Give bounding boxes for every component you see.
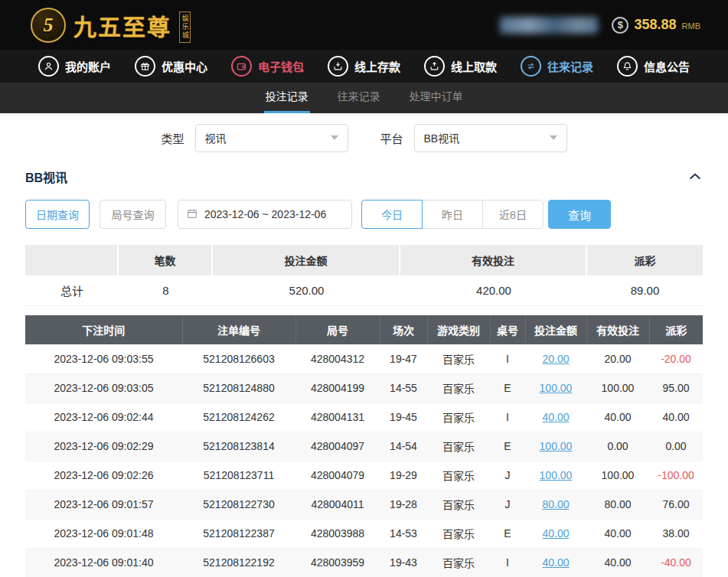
table-row: 2023-12-06 09:02:44 521208124262 4280041… bbox=[25, 403, 703, 432]
table-row: 2023-12-06 09:02:26 521208123711 4280040… bbox=[25, 461, 703, 490]
summary-header-count: 笔数 bbox=[119, 245, 213, 275]
cell-order-number: 521208122730 bbox=[182, 490, 295, 519]
tab-bet-records[interactable]: 投注记录 bbox=[264, 83, 310, 113]
cell-bet-amount-link[interactable]: 40.00 bbox=[525, 548, 586, 577]
cell-valid-bet: 80.00 bbox=[586, 490, 649, 519]
search-button[interactable]: 查询 bbox=[548, 200, 611, 229]
summary-header-empty bbox=[25, 245, 119, 275]
cell-bet-amount-link[interactable]: 20.00 bbox=[525, 344, 586, 373]
cell-bet-time: 2023-12-06 09:01:57 bbox=[25, 490, 182, 519]
cell-round-number: 428004097 bbox=[295, 432, 380, 461]
cell-table-number: I bbox=[490, 548, 525, 577]
nav-item-label: 信息公告 bbox=[644, 58, 690, 74]
nav-item-label: 往来记录 bbox=[547, 58, 593, 74]
table-row: 2023-12-06 09:01:40 521208122192 4280039… bbox=[25, 548, 703, 577]
bell-icon bbox=[617, 56, 638, 77]
cell-session: 19-45 bbox=[380, 403, 427, 432]
summary-total-row: 总计 8 520.00 420.00 89.00 bbox=[25, 275, 703, 306]
summary-payout-value: 89.00 bbox=[587, 275, 703, 306]
yesterday-button[interactable]: 昨日 bbox=[422, 200, 483, 229]
cell-game-type: 百家乐 bbox=[427, 344, 490, 373]
summary-table: 笔数 投注金额 有效投注 派彩 总计 8 520.00 420.00 89.00 bbox=[25, 245, 703, 306]
nav-item-transaction-records[interactable]: 往来记录 bbox=[521, 56, 593, 77]
cell-session: 19-29 bbox=[380, 461, 427, 490]
cell-bet-amount-link[interactable]: 80.00 bbox=[525, 490, 586, 519]
cell-session: 19-43 bbox=[380, 548, 427, 577]
today-button[interactable]: 今日 bbox=[361, 200, 423, 229]
cell-round-number: 428004312 bbox=[295, 344, 380, 373]
nav-item-announcements[interactable]: 信息公告 bbox=[617, 56, 690, 77]
cell-valid-bet: 40.00 bbox=[586, 403, 649, 432]
cell-round-number: 428004079 bbox=[295, 461, 380, 490]
logo-emblem-icon: 5 bbox=[31, 8, 66, 43]
cell-bet-amount-link[interactable]: 40.00 bbox=[525, 519, 586, 548]
cell-order-number: 521208123814 bbox=[182, 432, 295, 461]
top-header: 5 九五至尊 娱乐城 $ 358.88 RMB bbox=[0, 0, 728, 50]
wallet-icon bbox=[231, 56, 252, 77]
round-query-button[interactable]: 局号查询 bbox=[100, 200, 166, 229]
balance-amount: 358.88 bbox=[634, 17, 676, 33]
date-query-button[interactable]: 日期查询 bbox=[25, 200, 90, 229]
nav-item-online-deposit[interactable]: 线上存款 bbox=[328, 56, 400, 77]
cell-bet-amount-link[interactable]: 40.00 bbox=[525, 403, 586, 432]
cell-bet-amount-link[interactable]: 100.00 bbox=[525, 432, 586, 461]
content: 类型 视讯 平台 BB视讯 BB视讯 日期查询 局号查询 2023-12-0 bbox=[0, 113, 728, 577]
cell-valid-bet: 40.00 bbox=[586, 519, 649, 548]
tab-pending-orders[interactable]: 处理中订单 bbox=[408, 83, 465, 113]
cell-round-number: 428004011 bbox=[295, 490, 380, 519]
cell-game-type: 百家乐 bbox=[427, 519, 490, 548]
coin-icon: $ bbox=[612, 17, 628, 34]
site-logo[interactable]: 5 九五至尊 娱乐城 bbox=[31, 8, 191, 43]
nav-item-e-wallet[interactable]: 电子钱包 bbox=[231, 56, 304, 77]
withdraw-icon bbox=[424, 56, 445, 77]
summary-header-row: 笔数 投注金额 有效投注 派彩 bbox=[25, 245, 703, 275]
type-select[interactable]: 视讯 bbox=[195, 124, 348, 152]
type-select-value: 视讯 bbox=[205, 130, 227, 145]
cell-order-number: 521208124880 bbox=[182, 373, 295, 403]
cell-round-number: 428003988 bbox=[295, 519, 380, 548]
nav-item-label: 线上存款 bbox=[354, 58, 400, 74]
cell-table-number: I bbox=[490, 403, 525, 432]
summary-valid-bet-value: 420.00 bbox=[400, 275, 587, 306]
logo-title: 九五至尊 bbox=[73, 8, 171, 42]
nav-item-label: 我的账户 bbox=[65, 58, 111, 74]
section-title: BB视讯 bbox=[25, 168, 67, 186]
cell-order-number: 521208124262 bbox=[182, 403, 295, 432]
table-row: 2023-12-06 09:03:55 521208126603 4280043… bbox=[25, 344, 703, 373]
cell-session: 14-53 bbox=[380, 519, 427, 548]
cell-payout: 0.00 bbox=[649, 432, 703, 461]
nav-item-online-withdrawal[interactable]: 线上取款 bbox=[424, 56, 497, 77]
cell-table-number: E bbox=[490, 432, 525, 461]
cell-bet-time: 2023-12-06 09:01:40 bbox=[25, 548, 182, 577]
cell-bet-amount-link[interactable]: 100.00 bbox=[525, 373, 586, 403]
date-range-value: 2023-12-06 ~ 2023-12-06 bbox=[204, 208, 326, 220]
nav-item-label: 电子钱包 bbox=[258, 58, 304, 74]
nav-item-my-account[interactable]: 我的账户 bbox=[38, 56, 111, 77]
bet-column-header: 游戏类别 bbox=[427, 315, 490, 344]
last-8-days-button[interactable]: 近8日 bbox=[482, 200, 544, 229]
date-range-input[interactable]: 2023-12-06 ~ 2023-12-06 bbox=[178, 200, 352, 229]
cell-game-type: 百家乐 bbox=[427, 403, 490, 432]
cell-table-number: J bbox=[490, 461, 525, 490]
bet-column-header: 投注金额 bbox=[525, 315, 586, 344]
quick-range-group: 今日 昨日 近8日 bbox=[361, 200, 544, 229]
page: 5 九五至尊 娱乐城 $ 358.88 RMB 我的账户 优惠中心 电子钱包 bbox=[0, 0, 728, 577]
summary-header-payout: 派彩 bbox=[587, 245, 703, 275]
bet-column-header: 有效投注 bbox=[586, 315, 649, 344]
deposit-icon bbox=[328, 56, 348, 77]
balance-display[interactable]: $ 358.88 RMB bbox=[612, 17, 700, 34]
chevron-up-icon bbox=[687, 169, 703, 184]
platform-select[interactable]: BB视讯 bbox=[414, 124, 567, 152]
cell-valid-bet: 100.00 bbox=[586, 461, 649, 490]
masked-username bbox=[500, 17, 598, 34]
nav-item-promotions[interactable]: 优惠中心 bbox=[135, 56, 207, 77]
cell-bet-amount-link[interactable]: 100.00 bbox=[525, 461, 586, 490]
platform-select-value: BB视讯 bbox=[424, 130, 460, 145]
cell-bet-time: 2023-12-06 09:01:48 bbox=[25, 519, 182, 548]
cell-order-number: 521208123711 bbox=[182, 461, 295, 490]
collapse-button[interactable] bbox=[687, 169, 703, 184]
bet-column-header: 局号 bbox=[295, 315, 380, 344]
gift-icon bbox=[135, 56, 155, 77]
tab-transaction-records[interactable]: 往来记录 bbox=[336, 83, 382, 113]
platform-label: 平台 bbox=[380, 130, 403, 146]
